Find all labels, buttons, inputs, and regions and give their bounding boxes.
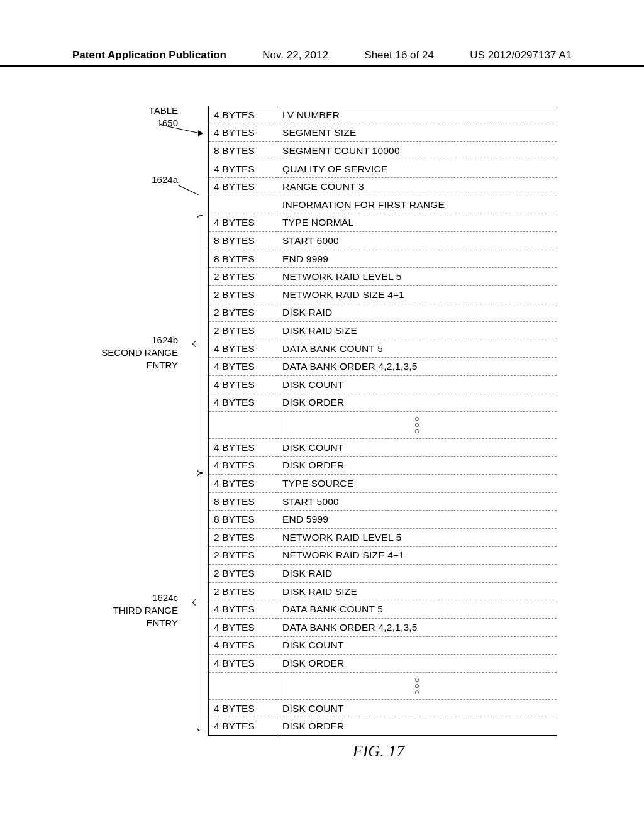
desc-cell: DISK RAID: [277, 304, 557, 322]
label-1624c-line3: ENTRY: [146, 617, 178, 628]
size-cell: 2 BYTES: [209, 304, 277, 322]
desc-cell: DATA BANK COUNT 5: [277, 340, 557, 358]
size-cell: 4 BYTES: [209, 124, 277, 142]
table-row: 4 BYTESDISK ORDER: [209, 655, 557, 673]
desc-cell: END 5999: [277, 511, 557, 529]
table-row: 8 BYTESSEGMENT COUNT 10000: [209, 142, 557, 160]
size-cell: 4 BYTES: [209, 214, 277, 232]
desc-cell: SEGMENT COUNT 10000: [277, 142, 557, 160]
table-row: 2 BYTESNETWORK RAID LEVEL 5: [209, 268, 557, 286]
desc-cell: DISK COUNT: [277, 699, 557, 717]
size-cell: 4 BYTES: [209, 717, 277, 736]
table-row: 4 BYTESRANGE COUNT 3: [209, 178, 557, 196]
header-sheet: Sheet 16 of 24: [364, 49, 434, 62]
table-row: 4 BYTESDATA BANK ORDER 4,2,1,3,5: [209, 619, 557, 637]
figure-caption: FIG. 17: [186, 742, 572, 761]
desc-cell: DISK COUNT: [277, 636, 557, 655]
table-row: 2 BYTESNETWORK RAID SIZE 4+1: [209, 285, 557, 304]
size-cell: [209, 412, 277, 439]
desc-cell: NETWORK RAID SIZE 4+1: [277, 285, 557, 304]
table-row: 2 BYTESDISK RAID SIZE: [209, 582, 557, 600]
desc-cell: DISK COUNT: [277, 439, 557, 457]
patent-page: Patent Application Publication Nov. 22, …: [0, 0, 644, 830]
desc-cell: NETWORK RAID LEVEL 5: [277, 268, 557, 286]
ellipsis-cell: ○○○: [277, 412, 557, 439]
desc-cell: DATA BANK ORDER 4,2,1,3,5: [277, 358, 557, 376]
label-1624b-line2: SECOND RANGE: [101, 347, 178, 358]
table-row: 8 BYTESSTART 5000: [209, 492, 557, 511]
table-row: 8 BYTESSTART 6000: [209, 232, 557, 250]
table-row: 2 BYTESDISK RAID: [209, 565, 557, 583]
desc-cell: START 5000: [277, 492, 557, 511]
table-row: 4 BYTESDATA BANK COUNT 5: [209, 340, 557, 358]
table-row: ○○○: [209, 412, 557, 439]
desc-cell: LV NUMBER: [277, 106, 557, 124]
arrowhead-icon: [198, 130, 203, 136]
table-row: 8 BYTESEND 9999: [209, 250, 557, 268]
desc-cell: TYPE NORMAL: [277, 214, 557, 232]
desc-cell: TYPE SOURCE: [277, 475, 557, 493]
table-row: 4 BYTESDATA BANK COUNT 5: [209, 600, 557, 619]
desc-cell: RANGE COUNT 3: [277, 178, 557, 196]
table-row: 2 BYTESNETWORK RAID LEVEL 5: [209, 529, 557, 547]
desc-cell: DATA BANK ORDER 4,2,1,3,5: [277, 619, 557, 637]
ellipsis-cell: ○○○: [277, 672, 557, 699]
desc-cell: DISK RAID SIZE: [277, 582, 557, 600]
size-cell: 4 BYTES: [209, 655, 277, 673]
page-header: Patent Application Publication Nov. 22, …: [0, 49, 644, 67]
desc-cell: DISK RAID: [277, 565, 557, 583]
size-cell: 4 BYTES: [209, 439, 277, 457]
label-table: TABLE: [149, 105, 178, 116]
size-cell: [209, 196, 277, 214]
desc-cell: DISK COUNT: [277, 375, 557, 394]
size-cell: 8 BYTES: [209, 250, 277, 268]
size-cell: 2 BYTES: [209, 565, 277, 583]
size-cell: 2 BYTES: [209, 268, 277, 286]
table-row: 4 BYTESDATA BANK ORDER 4,2,1,3,5: [209, 358, 557, 376]
desc-cell: DATA BANK COUNT 5: [277, 600, 557, 619]
header-date: Nov. 22, 2012: [262, 49, 328, 62]
size-cell: [209, 672, 277, 699]
desc-cell: START 6000: [277, 232, 557, 250]
desc-cell: DISK ORDER: [277, 394, 557, 412]
desc-cell: DISK RAID SIZE: [277, 322, 557, 340]
desc-cell: DISK ORDER: [277, 456, 557, 475]
table-row: 4 BYTESSEGMENT SIZE: [209, 124, 557, 142]
size-cell: 8 BYTES: [209, 492, 277, 511]
size-cell: 4 BYTES: [209, 178, 277, 196]
table-row: 4 BYTESDISK ORDER: [209, 717, 557, 736]
table-row: 4 BYTESDISK COUNT: [209, 636, 557, 655]
size-cell: 2 BYTES: [209, 529, 277, 547]
desc-cell: DISK ORDER: [277, 717, 557, 736]
desc-cell: NETWORK RAID SIZE 4+1: [277, 546, 557, 565]
table-row: ○○○: [209, 672, 557, 699]
size-cell: 4 BYTES: [209, 600, 277, 619]
header-pubno: US 2012/0297137 A1: [470, 49, 572, 62]
size-cell: 4 BYTES: [209, 475, 277, 493]
table-row: 4 BYTESDISK ORDER: [209, 456, 557, 475]
size-cell: 4 BYTES: [209, 636, 277, 655]
table-row: 4 BYTESTYPE NORMAL: [209, 214, 557, 232]
desc-cell: END 9999: [277, 250, 557, 268]
label-1624c-line2: THIRD RANGE: [113, 605, 178, 616]
size-cell: 4 BYTES: [209, 106, 277, 124]
desc-cell: DISK ORDER: [277, 655, 557, 673]
label-1624a: 1624a: [152, 174, 178, 185]
size-cell: 4 BYTES: [209, 160, 277, 178]
desc-cell: NETWORK RAID LEVEL 5: [277, 529, 557, 547]
table-row: 4 BYTESQUALITY OF SERVICE: [209, 160, 557, 178]
desc-cell: SEGMENT SIZE: [277, 124, 557, 142]
size-cell: 4 BYTES: [209, 358, 277, 376]
size-cell: 4 BYTES: [209, 699, 277, 717]
desc-cell: INFORMATION FOR FIRST RANGE: [277, 196, 557, 214]
table-row: 4 BYTESDISK COUNT: [209, 375, 557, 394]
label-1624b: 1624b: [152, 335, 178, 345]
size-cell: 4 BYTES: [209, 394, 277, 412]
structure-table: 4 BYTESLV NUMBER4 BYTESSEGMENT SIZE8 BYT…: [208, 106, 557, 736]
size-cell: 8 BYTES: [209, 232, 277, 250]
size-cell: 4 BYTES: [209, 619, 277, 637]
leader-line: [178, 185, 199, 195]
brace-second-range: [197, 216, 206, 472]
size-cell: 2 BYTES: [209, 285, 277, 304]
table-row: 4 BYTESDISK COUNT: [209, 699, 557, 717]
